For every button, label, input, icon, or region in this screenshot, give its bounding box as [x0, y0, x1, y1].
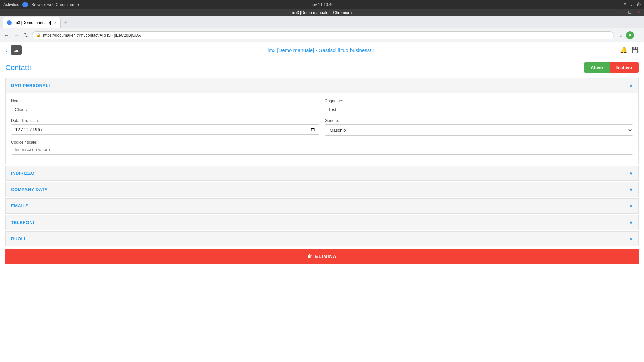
activities-label[interactable]: Activities — [3, 2, 19, 7]
back-arrow-btn[interactable]: ‹ — [5, 46, 8, 54]
genere-select[interactable]: Maschio Femmina Altro — [325, 124, 633, 136]
power-icon[interactable]: ⏻ — [637, 2, 641, 7]
delete-label: ELIMINA — [315, 254, 337, 259]
form-group-nome: Nome: — [11, 99, 319, 114]
chevron-ruoli: ∧ — [629, 236, 633, 242]
bookmark-icon[interactable]: ☆ — [619, 33, 623, 38]
new-tab-btn[interactable]: + — [62, 19, 70, 26]
app-logo: ☁ — [11, 45, 22, 55]
chevron-dati-personali: ∨ — [629, 82, 633, 89]
forward-btn[interactable]: → — [13, 31, 21, 40]
browser-tab-active[interactable]: im3 [Demo manuale] × — [3, 17, 61, 28]
maximize-btn[interactable]: □ — [629, 9, 631, 15]
form-group-cognome: Cognome: — [325, 99, 633, 114]
form-group-data-nascita: Data di nascita: — [11, 118, 319, 136]
os-datetime: nov 11 10:49 — [310, 2, 333, 7]
section-header-dati-personali[interactable]: DATI PERSONALI ∨ — [5, 78, 639, 93]
os-topbar: Activities Browser web Chromium ▾ nov 11… — [0, 0, 644, 9]
profile-avatar[interactable]: A — [626, 31, 634, 39]
browser-titlebar: im3 [Demo manuale] - Chromium ─ □ ✕ — [0, 9, 644, 16]
browser-tabbar: im3 [Demo manuale] × + — [0, 16, 644, 28]
section-title-ruoli: RUOLI — [11, 236, 25, 241]
btn-inattivo[interactable]: Inattivo — [610, 62, 639, 73]
browser-addressbar: ← → ↻ 🔒 https://documaker.it/im3contact/… — [0, 28, 644, 42]
chevron-telefoni: ∧ — [629, 219, 633, 226]
status-buttons: Attivo Inattivo — [584, 62, 639, 73]
delete-icon: 🗑 — [307, 254, 312, 259]
form-row-codice-fiscale: Codice fiscale: — [11, 140, 633, 155]
section-body-dati-personali: Nome: Cognome: Data di nascita: Genere: … — [5, 93, 639, 164]
section-header-ruoli[interactable]: RUOLI ∧ — [5, 231, 639, 246]
bell-icon[interactable]: 🔔 — [620, 46, 627, 54]
form-group-genere: Genere: Maschio Femmina Altro — [325, 118, 633, 136]
page-title-row: Contatti Attivo Inattivo — [5, 62, 639, 73]
volume-icon: ♪ — [631, 2, 633, 7]
data-nascita-input[interactable] — [11, 124, 319, 135]
section-company-data: COMPANY DATA ∧ — [5, 182, 639, 197]
cognome-label: Cognome: — [325, 99, 633, 103]
codice-fiscale-label: Codice fiscale: — [11, 140, 37, 145]
btn-attivo[interactable]: Attivo — [584, 62, 610, 73]
page-content: Contatti Attivo Inattivo DATI PERSONALI … — [0, 58, 644, 268]
chevron-emails: ∧ — [629, 203, 633, 209]
dropdown-arrow[interactable]: ▾ — [77, 2, 79, 7]
section-header-emails[interactable]: EMAILS ∧ — [5, 198, 639, 214]
chevron-indirizzo: ∧ — [629, 170, 633, 176]
nome-input[interactable] — [11, 105, 319, 114]
menu-icon[interactable]: ⋮ — [637, 33, 641, 38]
codice-fiscale-input[interactable] — [11, 145, 633, 155]
section-title-indirizzo: INDIRIZZO — [11, 171, 35, 176]
section-header-indirizzo[interactable]: INDIRIZZO ∧ — [5, 166, 639, 181]
address-bar[interactable]: 🔒 https://documaker.it/im3contact/ARH5IF… — [32, 31, 614, 39]
section-title-emails: EMAILS — [11, 203, 29, 208]
save-icon[interactable]: 💾 — [631, 46, 639, 54]
address-text: https://documaker.it/im3contact/ARH5IFpE… — [43, 33, 610, 38]
section-dati-personali: DATI PERSONALI ∨ Nome: Cognome: Data di … — [5, 78, 639, 164]
refresh-btn[interactable]: ↻ — [23, 31, 30, 40]
cognome-input[interactable] — [325, 105, 633, 114]
browser-icon — [22, 2, 28, 7]
form-row-nome-cognome: Nome: Cognome: — [11, 99, 633, 114]
logo-icon: ☁ — [14, 47, 19, 53]
app-header: ‹ ☁ im3 [Demo manuale] - Gestisci il tuo… — [0, 42, 644, 58]
lock-icon: 🔒 — [36, 33, 41, 37]
section-telefoni: TELEFONI ∧ — [5, 215, 639, 230]
minimize-btn[interactable]: ─ — [620, 9, 623, 15]
section-indirizzo: INDIRIZZO ∧ — [5, 166, 639, 181]
section-emails: EMAILS ∧ — [5, 198, 639, 214]
nome-label: Nome: — [11, 99, 319, 103]
data-nascita-label: Data di nascita: — [11, 118, 319, 123]
tab-close-btn[interactable]: × — [54, 21, 56, 25]
back-btn[interactable]: ← — [3, 31, 11, 40]
network-icon: ⊞ — [623, 2, 627, 7]
tab-label: im3 [Demo manuale] — [14, 20, 51, 25]
section-title-company-data: COMPANY DATA — [11, 187, 48, 192]
section-title-dati-personali: DATI PERSONALI — [11, 83, 50, 88]
browser-label[interactable]: Browser web Chromium — [31, 2, 74, 7]
tab-favicon — [7, 20, 12, 25]
page-title: Contatti — [5, 63, 31, 72]
genere-label: Genere: — [325, 118, 633, 123]
delete-btn[interactable]: 🗑 ELIMINA — [5, 249, 639, 264]
section-header-company-data[interactable]: COMPANY DATA ∧ — [5, 182, 639, 197]
chevron-company-data: ∧ — [629, 186, 633, 193]
app-header-title: im3 [Demo manuale] - Gestisci il tuo bus… — [22, 47, 620, 53]
close-btn[interactable]: ✕ — [637, 9, 641, 15]
section-header-telefoni[interactable]: TELEFONI ∧ — [5, 215, 639, 230]
section-title-telefoni: TELEFONI — [11, 220, 34, 225]
browser-window-title: im3 [Demo manuale] - Chromium — [292, 10, 352, 15]
form-row-nascita-genere: Data di nascita: Genere: Maschio Femmina… — [11, 118, 633, 136]
section-ruoli: RUOLI ∧ — [5, 231, 639, 246]
